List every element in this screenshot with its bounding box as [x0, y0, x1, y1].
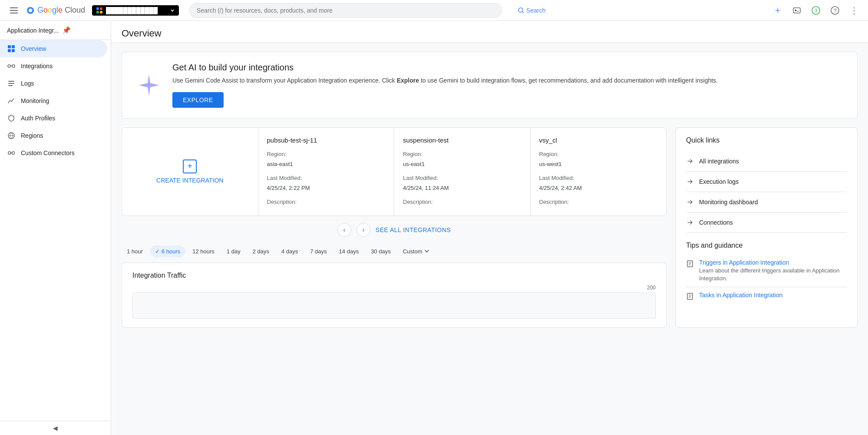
quick-link-monitoring-dashboard[interactable]: Monitoring dashboard	[686, 192, 847, 213]
dropdown-icon	[170, 8, 175, 13]
notifications-button[interactable]: 3	[807, 2, 825, 19]
create-integration-icon: +	[183, 159, 197, 173]
regions-label: Regions	[21, 132, 43, 139]
star-icon	[773, 6, 782, 15]
integration-meta-0: Region:asia-east1 Last Modified:4/25/24,…	[267, 149, 386, 207]
sidebar-item-logs[interactable]: Logs	[0, 75, 107, 92]
next-page-button[interactable]: ›	[356, 223, 370, 237]
time-filter-7days[interactable]: 7 days	[305, 246, 332, 257]
svg-rect-5	[96, 7, 99, 10]
sidebar-item-auth-profiles[interactable]: Auth Profiles	[0, 110, 107, 127]
logs-label: Logs	[21, 80, 34, 87]
ai-banner-heading: Get AI to build your integrations	[172, 63, 718, 73]
sidebar-item-regions[interactable]: Regions	[0, 127, 107, 144]
chart-max-label: 200	[647, 285, 656, 291]
svg-point-20	[12, 65, 15, 67]
content-area: Overview Get	[111, 21, 868, 435]
svg-point-27	[10, 153, 11, 153]
terminal-icon	[792, 6, 801, 15]
svg-rect-18	[12, 49, 15, 52]
monitoring-label: Monitoring	[21, 97, 49, 104]
sidebar-header: Application Integr... 📌	[0, 21, 111, 40]
svg-rect-2	[10, 13, 18, 13]
svg-rect-1	[10, 10, 18, 11]
cards-section: + CREATE INTEGRATION pubsub-test-sj-11 R…	[122, 127, 667, 328]
svg-point-19	[8, 65, 10, 67]
google-cloud-logo[interactable]: Google Cloud	[26, 6, 85, 15]
time-filter-1day[interactable]: 1 day	[221, 246, 246, 257]
terminal-button[interactable]	[788, 2, 805, 19]
svg-rect-6	[100, 7, 102, 10]
tip-item-0[interactable]: Triggers in Application Integration Lear…	[686, 255, 847, 287]
quick-links-panel: Quick links All integrations Execution l…	[675, 127, 858, 328]
more-menu-button[interactable]: ⋮	[845, 2, 863, 19]
cards-pagination: ‹ › SEE ALL INTEGRATIONS	[122, 216, 667, 240]
svg-point-4	[29, 9, 32, 12]
sidebar-collapse-button[interactable]: ◀	[0, 421, 111, 435]
gemini-button[interactable]	[769, 2, 786, 19]
time-filter-1hour[interactable]: 1 hour	[122, 246, 148, 257]
ai-banner-content: Get AI to build your integrations Use Ge…	[172, 63, 718, 108]
integration-title-0: pubsub-test-sj-11	[267, 136, 386, 144]
menu-icon[interactable]	[5, 2, 23, 19]
gemini-star-icon	[136, 72, 162, 98]
content-inner: Get AI to build your integrations Use Ge…	[111, 43, 868, 345]
tip-item-1[interactable]: Tasks in Application Integration	[686, 287, 847, 307]
time-filter-12hours[interactable]: 12 hours	[187, 246, 220, 257]
sidebar-item-monitoring[interactable]: Monitoring	[0, 92, 107, 110]
quick-link-execution-logs[interactable]: Execution logs	[686, 172, 847, 192]
search-button[interactable]: Search	[512, 4, 551, 17]
arrow-right-icon-3	[686, 219, 694, 226]
arrow-right-icon-2	[686, 198, 694, 206]
sidebar-item-overview[interactable]: Overview	[0, 40, 107, 57]
time-filter-2days[interactable]: 2 days	[248, 246, 274, 257]
time-filter-4days[interactable]: 4 days	[276, 246, 303, 257]
ai-banner-description: Use Gemini Code Assist to transform your…	[172, 76, 718, 85]
integration-meta-1: Region:us-east1 Last Modified:4/25/24, 1…	[403, 149, 521, 207]
overview-icon	[7, 44, 16, 53]
auth-profiles-label: Auth Profiles	[21, 115, 55, 122]
custom-connectors-label: Custom Connectors	[21, 149, 75, 156]
sidebar-item-custom-connectors[interactable]: Custom Connectors	[0, 144, 107, 162]
svg-point-28	[12, 153, 13, 153]
svg-rect-23	[8, 85, 13, 86]
integration-meta-2: Region:us-west1 Last Modified:4/25/24, 2…	[539, 149, 658, 207]
see-all-integrations-link[interactable]: SEE ALL INTEGRATIONS	[376, 226, 451, 233]
notifications-icon: 3	[812, 6, 820, 15]
integration-card-0[interactable]: pubsub-test-sj-11 Region:asia-east1 Last…	[258, 128, 395, 216]
quick-link-all-integrations[interactable]: All integrations	[686, 151, 847, 172]
time-filter-6hours[interactable]: ✓ 6 hours	[150, 246, 185, 257]
search-input[interactable]	[189, 3, 502, 18]
quick-link-connections[interactable]: Connections	[686, 213, 847, 233]
more-icon: ⋮	[850, 5, 858, 16]
quick-links-title: Quick links	[686, 136, 847, 144]
page-title: Overview	[122, 28, 162, 39]
sidebar: Application Integr... 📌 Overview	[0, 21, 111, 435]
sidebar-item-integrations[interactable]: Integrations	[0, 57, 107, 75]
svg-text:?: ?	[833, 7, 836, 14]
pin-icon[interactable]: 📌	[62, 26, 71, 34]
help-button[interactable]: ?	[826, 2, 844, 19]
search-bar	[189, 3, 502, 18]
prev-page-button[interactable]: ‹	[337, 223, 351, 237]
tip-content-0: Triggers in Application Integration Lear…	[699, 259, 847, 282]
monitoring-icon	[7, 96, 16, 105]
regions-icon	[7, 131, 16, 140]
svg-rect-0	[10, 7, 18, 8]
logo-text: Google Cloud	[37, 6, 85, 15]
document-icon-0	[686, 260, 694, 282]
auth-profiles-icon	[7, 114, 16, 123]
svg-text:3: 3	[815, 8, 817, 13]
arrow-right-icon-1	[686, 178, 694, 186]
svg-rect-15	[8, 45, 11, 48]
time-filter-30days[interactable]: 30 days	[366, 246, 396, 257]
project-selector[interactable]: ████████████	[92, 5, 179, 16]
integration-card-2[interactable]: vsy_cl Region:us-west1 Last Modified:4/2…	[531, 128, 667, 216]
create-integration-card[interactable]: + CREATE INTEGRATION	[122, 128, 258, 216]
time-filter-14days[interactable]: 14 days	[334, 246, 364, 257]
time-filter-custom[interactable]: Custom	[398, 246, 436, 257]
overview-label: Overview	[21, 45, 46, 52]
integration-card-1[interactable]: suspension-test Region:us-east1 Last Mod…	[394, 128, 531, 216]
document-icon-1	[686, 292, 694, 302]
explore-button[interactable]: EXPLORE	[172, 92, 224, 108]
